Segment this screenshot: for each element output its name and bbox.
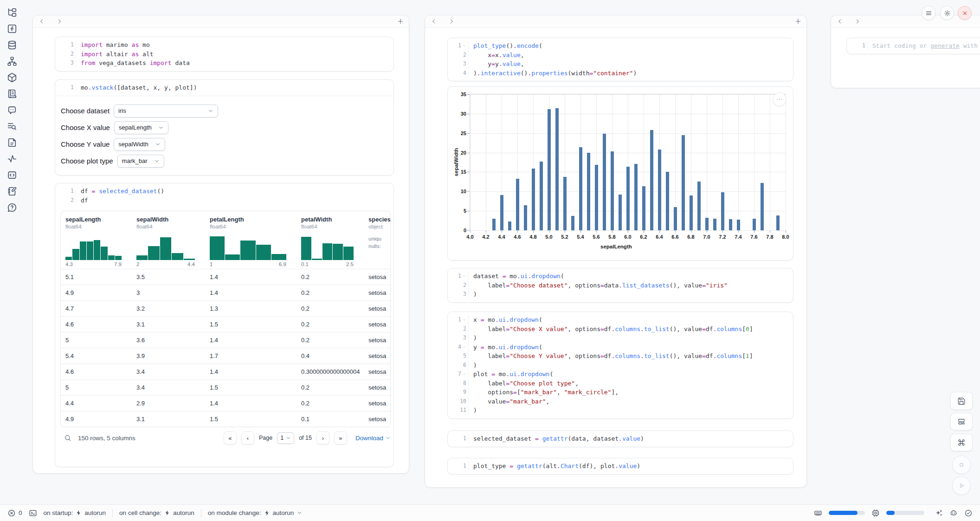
- cell-plot-encode[interactable]: 1plot_type().encode(2 x=x.value,3 y=y.va…: [447, 38, 793, 81]
- table-row[interactable]: 5.43.91.70.4setosa: [61, 348, 391, 364]
- cell-vstack[interactable]: 1mo.vstack([dataset, x, y, plot]) Choose…: [55, 79, 394, 176]
- chart-bar: [729, 219, 732, 230]
- chart-bar: [713, 219, 716, 230]
- table-cell: 3.1: [132, 321, 205, 328]
- fold-chevron-icon[interactable]: [462, 44, 466, 48]
- table-row[interactable]: 53.41.50.2setosa: [61, 379, 391, 395]
- chevron-left-icon[interactable]: [431, 18, 437, 25]
- chart-actions-button[interactable]: [773, 92, 787, 106]
- database-icon[interactable]: [7, 40, 17, 50]
- code-line: 3): [448, 290, 789, 299]
- shutdown-button[interactable]: [958, 6, 972, 20]
- column-header-petalLength[interactable]: petalLengthfloat6416.9: [205, 216, 297, 269]
- cell-xy-plot-dropdowns[interactable]: 1x = mo.ui.dropdown(2 label="Choose X va…: [447, 312, 793, 419]
- add-cell-icon[interactable]: [794, 18, 802, 25]
- cell-plot-type[interactable]: 1plot_type = getattr(alt.Chart(df), plot…: [447, 458, 793, 475]
- function-icon[interactable]: [7, 24, 17, 34]
- snippets-icon[interactable]: [7, 170, 17, 180]
- close-icon: [961, 10, 968, 17]
- page-select[interactable]: 1: [277, 432, 294, 444]
- table-row[interactable]: 4.931.40.2setosa: [61, 285, 391, 300]
- command-palette-button[interactable]: [950, 434, 973, 451]
- connection-status-icon[interactable]: [964, 509, 973, 517]
- first-page-button[interactable]: «: [224, 431, 237, 444]
- terminal-icon[interactable]: [29, 509, 37, 517]
- help-icon[interactable]: [7, 202, 17, 213]
- generate-with-ai-link[interactable]: generate: [930, 42, 960, 49]
- table-cell: 0.2: [297, 321, 364, 328]
- fold-chevron-icon[interactable]: [462, 345, 466, 349]
- chevron-right-icon[interactable]: [854, 18, 861, 25]
- fold-chevron-icon[interactable]: [462, 274, 466, 278]
- x-tick-label: 6.2: [637, 234, 651, 240]
- code-line: 1 Start coding or generate with AI: [847, 41, 980, 51]
- on-module-change-setting[interactable]: on module change: autorun: [208, 509, 303, 516]
- table-row[interactable]: 4.73.21.30.2setosa: [61, 300, 391, 316]
- column-header-sepalLength[interactable]: sepalLengthfloat644.37.9: [61, 216, 132, 269]
- chevron-right-icon[interactable]: [448, 18, 455, 25]
- column-header-species[interactable]: speciesobjectuniqunulls:: [364, 216, 391, 269]
- package-icon[interactable]: [7, 72, 17, 83]
- table-row[interactable]: 4.63.11.50.2setosa: [61, 316, 391, 332]
- chevron-right-icon[interactable]: [56, 18, 63, 25]
- document-icon[interactable]: [7, 137, 17, 148]
- on-startup-setting[interactable]: on startup: autorun: [44, 509, 106, 516]
- y-tick-label: 10: [454, 189, 466, 194]
- table-cell: setosa: [364, 416, 391, 423]
- save-button[interactable]: [950, 392, 973, 410]
- chevron-left-icon[interactable]: [39, 18, 45, 25]
- cell-selected-dataset[interactable]: 1selected_dataset = getattr(data, datase…: [447, 430, 793, 447]
- ai-sparkle-icon[interactable]: [935, 509, 943, 517]
- layout-toggle-button[interactable]: [950, 413, 973, 430]
- x-tick-label: 8.0: [779, 234, 793, 240]
- chart-bar: [642, 186, 645, 230]
- table-header-row: sepalLengthfloat644.37.9sepalWidthfloat6…: [61, 211, 391, 269]
- x-tick-label: 4.6: [510, 234, 524, 240]
- table-cell: 1.4: [205, 274, 297, 280]
- settings-button[interactable]: [940, 6, 954, 20]
- copilot-icon[interactable]: [949, 509, 958, 517]
- prev-page-button[interactable]: ‹: [241, 431, 254, 444]
- add-cell-icon[interactable]: [397, 18, 404, 25]
- dropdown-select[interactable]: mark_bar: [117, 155, 164, 168]
- download-button[interactable]: Download: [355, 435, 391, 442]
- log-search-icon[interactable]: [7, 121, 17, 131]
- dependency-graph-icon[interactable]: [7, 56, 17, 66]
- table-cell: setosa: [364, 384, 391, 391]
- table-cell: setosa: [364, 305, 391, 312]
- cell-dataset-dropdown[interactable]: 1dataset = mo.ui.dropdown(2 label="Choos…: [447, 268, 793, 303]
- cell-dataframe[interactable]: 1df = selected_dataset()2df sepalLengthf…: [55, 183, 394, 467]
- run-all-button[interactable]: [952, 476, 971, 495]
- next-page-button[interactable]: ›: [316, 431, 329, 444]
- chart-bar: [611, 151, 614, 230]
- table-row[interactable]: 5.13.51.40.2setosa: [61, 269, 391, 285]
- scratchpad-icon[interactable]: [7, 186, 17, 196]
- menu-button[interactable]: [922, 6, 935, 20]
- stop-button[interactable]: [952, 456, 971, 474]
- dropdown-select[interactable]: sepalLength: [114, 121, 168, 134]
- table-row[interactable]: 4.93.11.50.1setosa: [61, 411, 391, 427]
- table-row[interactable]: 4.42.91.40.2setosa: [61, 395, 391, 411]
- search-icon[interactable]: [64, 434, 71, 442]
- cell-imports[interactable]: 1import marimo as mo2import altair as al…: [55, 37, 394, 72]
- table-row[interactable]: 4.63.41.40.3000000000000004setosa: [61, 364, 391, 379]
- chevron-left-icon[interactable]: [837, 18, 843, 25]
- table-row[interactable]: 53.61.40.2setosa: [61, 332, 391, 348]
- last-page-button[interactable]: »: [334, 431, 347, 444]
- column-header-sepalWidth[interactable]: sepalWidthfloat6424.4: [132, 216, 205, 269]
- line-number: 3: [463, 333, 466, 343]
- scroll-icon[interactable]: [7, 89, 17, 99]
- table-cell: 3.1: [132, 416, 205, 423]
- chat-bot-icon[interactable]: [7, 105, 17, 115]
- cell-scratch-empty[interactable]: 1 Start coding or generate with AI: [846, 38, 980, 54]
- column-header-petalWidth[interactable]: petalWidthfloat640.12.5: [297, 216, 364, 269]
- dropdown-select[interactable]: iris: [114, 104, 218, 117]
- fold-chevron-icon[interactable]: [462, 318, 466, 322]
- file-tree-icon[interactable]: [7, 7, 17, 18]
- activity-icon[interactable]: [7, 154, 17, 164]
- errors-indicator[interactable]: 0: [7, 509, 22, 517]
- fold-chevron-icon[interactable]: [462, 372, 466, 376]
- dropdown-select[interactable]: sepalWidth: [114, 138, 165, 151]
- on-cell-change-setting[interactable]: on cell change: autorun: [119, 509, 194, 516]
- chart-plot-area[interactable]: 4.04.24.44.64.85.05.25.45.65.86.06.26.46…: [470, 94, 786, 231]
